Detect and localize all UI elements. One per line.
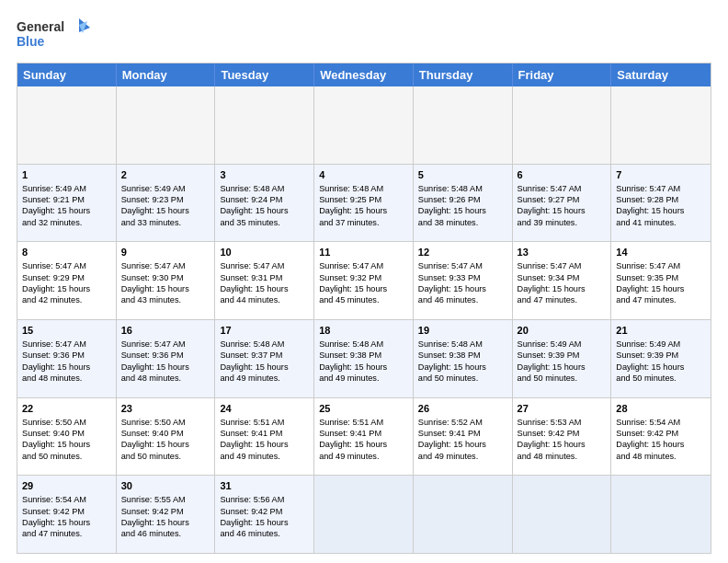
calendar-day: 21Sunrise: 5:49 AMSunset: 9:39 PMDayligh…: [611, 320, 711, 397]
day-info-line: and 43 minutes.: [121, 294, 210, 305]
day-info-line: Sunrise: 5:48 AM: [319, 339, 408, 350]
day-info-line: Daylight: 15 hours: [518, 362, 607, 373]
day-info-line: Sunset: 9:41 PM: [220, 428, 309, 439]
calendar-row: 8Sunrise: 5:47 AMSunset: 9:29 PMDaylight…: [17, 241, 711, 319]
day-info-line: and 50 minutes.: [518, 373, 607, 384]
weekday-header: Sunday: [17, 63, 117, 86]
day-info-line: and 46 minutes.: [220, 528, 309, 539]
day-info-line: Sunset: 9:38 PM: [418, 350, 507, 361]
day-info-line: Sunset: 9:40 PM: [22, 428, 111, 439]
calendar-day: 8Sunrise: 5:47 AMSunset: 9:29 PMDaylight…: [17, 242, 117, 319]
day-info-line: Sunset: 9:39 PM: [518, 350, 607, 361]
day-info-line: Sunrise: 5:47 AM: [220, 260, 309, 271]
calendar-day: 7Sunrise: 5:47 AMSunset: 9:28 PMDaylight…: [611, 165, 711, 242]
day-number: 31: [220, 479, 309, 493]
day-info-line: Sunset: 9:42 PM: [22, 506, 111, 517]
calendar-day: 4Sunrise: 5:48 AMSunset: 9:25 PMDaylight…: [314, 165, 414, 242]
day-info-line: and 48 minutes.: [121, 373, 210, 384]
day-info-line: Daylight: 15 hours: [319, 283, 408, 294]
day-info-line: Sunrise: 5:55 AM: [121, 494, 210, 505]
day-info-line: Daylight: 15 hours: [121, 439, 210, 450]
day-number: 22: [22, 402, 111, 416]
day-info-line: Sunset: 9:32 PM: [319, 272, 408, 283]
day-info-line: and 48 minutes.: [518, 451, 607, 462]
calendar-row: 22Sunrise: 5:50 AMSunset: 9:40 PMDayligh…: [17, 397, 711, 476]
day-number: 16: [121, 324, 210, 338]
day-number: 14: [616, 246, 706, 259]
day-info-line: Sunrise: 5:50 AM: [22, 417, 111, 428]
day-info-line: Sunset: 9:39 PM: [616, 350, 706, 361]
calendar-day: 19Sunrise: 5:48 AMSunset: 9:38 PMDayligh…: [414, 320, 513, 397]
day-info-line: and 42 minutes.: [22, 294, 111, 305]
day-info-line: Sunset: 9:26 PM: [418, 194, 507, 205]
day-info-line: Sunset: 9:38 PM: [319, 350, 408, 361]
day-number: 29: [22, 479, 111, 493]
day-info-line: Daylight: 15 hours: [121, 205, 210, 216]
day-info-line: and 47 minutes.: [616, 294, 706, 305]
calendar-day: 14Sunrise: 5:47 AMSunset: 9:35 PMDayligh…: [611, 242, 711, 319]
day-info-line: and 39 minutes.: [518, 217, 607, 228]
day-info-line: Sunrise: 5:56 AM: [220, 494, 309, 505]
day-info-line: Sunset: 9:24 PM: [220, 194, 309, 205]
day-info-line: Sunrise: 5:47 AM: [418, 260, 507, 271]
svg-text:Blue: Blue: [17, 34, 45, 49]
day-number: 13: [518, 246, 607, 259]
weekday-header: Tuesday: [215, 63, 314, 86]
calendar-day: 5Sunrise: 5:48 AMSunset: 9:26 PMDaylight…: [414, 165, 513, 242]
day-info-line: and 50 minutes.: [121, 451, 210, 462]
empty-cell: [513, 86, 612, 164]
day-number: 27: [518, 402, 607, 416]
day-info-line: Sunset: 9:42 PM: [518, 428, 607, 439]
day-info-line: Sunrise: 5:48 AM: [220, 183, 309, 194]
day-number: 24: [220, 402, 309, 416]
day-info-line: and 49 minutes.: [319, 451, 408, 462]
calendar-day: 26Sunrise: 5:52 AMSunset: 9:41 PMDayligh…: [414, 398, 513, 476]
day-info-line: Daylight: 15 hours: [319, 439, 408, 450]
day-info-line: Sunset: 9:34 PM: [518, 272, 607, 283]
day-info-line: and 33 minutes.: [121, 217, 210, 228]
day-number: 23: [121, 402, 210, 416]
day-info-line: Sunrise: 5:53 AM: [518, 417, 607, 428]
calendar-day: 10Sunrise: 5:47 AMSunset: 9:31 PMDayligh…: [215, 242, 314, 319]
day-info-line: Sunset: 9:25 PM: [319, 194, 408, 205]
day-info-line: Sunrise: 5:47 AM: [121, 260, 210, 271]
calendar-day: 22Sunrise: 5:50 AMSunset: 9:40 PMDayligh…: [17, 398, 117, 476]
day-info-line: and 38 minutes.: [418, 217, 507, 228]
day-info-line: Sunrise: 5:54 AM: [22, 494, 111, 505]
day-info-line: Sunrise: 5:47 AM: [616, 260, 706, 271]
day-info-line: and 44 minutes.: [220, 294, 309, 305]
day-info-line: Daylight: 15 hours: [518, 283, 607, 294]
calendar-day: 28Sunrise: 5:54 AMSunset: 9:42 PMDayligh…: [611, 398, 711, 476]
day-number: 3: [220, 168, 309, 182]
day-number: 1: [22, 168, 111, 182]
weekday-header: Thursday: [414, 63, 513, 86]
logo: General Blue: [17, 17, 90, 55]
empty-cell: [611, 86, 711, 164]
day-info-line: Sunrise: 5:49 AM: [616, 339, 706, 350]
day-info-line: and 32 minutes.: [22, 217, 111, 228]
day-info-line: Daylight: 15 hours: [616, 283, 706, 294]
empty-cell: [314, 86, 414, 164]
day-info-line: Sunrise: 5:48 AM: [418, 339, 507, 350]
day-number: 28: [616, 402, 706, 416]
header: General Blue: [17, 17, 711, 55]
day-info-line: and 45 minutes.: [319, 294, 408, 305]
day-info-line: Daylight: 15 hours: [616, 205, 706, 216]
day-number: 5: [418, 168, 507, 182]
day-info-line: and 46 minutes.: [418, 294, 507, 305]
day-info-line: Sunrise: 5:52 AM: [418, 417, 507, 428]
day-number: 11: [319, 246, 408, 259]
day-info-line: Daylight: 15 hours: [220, 205, 309, 216]
calendar-day: 23Sunrise: 5:50 AMSunset: 9:40 PMDayligh…: [117, 398, 216, 476]
logo-svg: General Blue: [17, 17, 90, 55]
calendar-day: 16Sunrise: 5:47 AMSunset: 9:36 PMDayligh…: [117, 320, 216, 397]
day-info-line: Sunset: 9:28 PM: [616, 194, 706, 205]
calendar-day: 18Sunrise: 5:48 AMSunset: 9:38 PMDayligh…: [314, 320, 414, 397]
day-info-line: Daylight: 15 hours: [518, 439, 607, 450]
day-number: 6: [518, 168, 607, 182]
calendar-day: 20Sunrise: 5:49 AMSunset: 9:39 PMDayligh…: [513, 320, 612, 397]
day-number: 20: [518, 324, 607, 338]
day-number: 8: [22, 246, 111, 259]
day-info-line: and 50 minutes.: [418, 373, 507, 384]
day-info-line: and 47 minutes.: [518, 294, 607, 305]
